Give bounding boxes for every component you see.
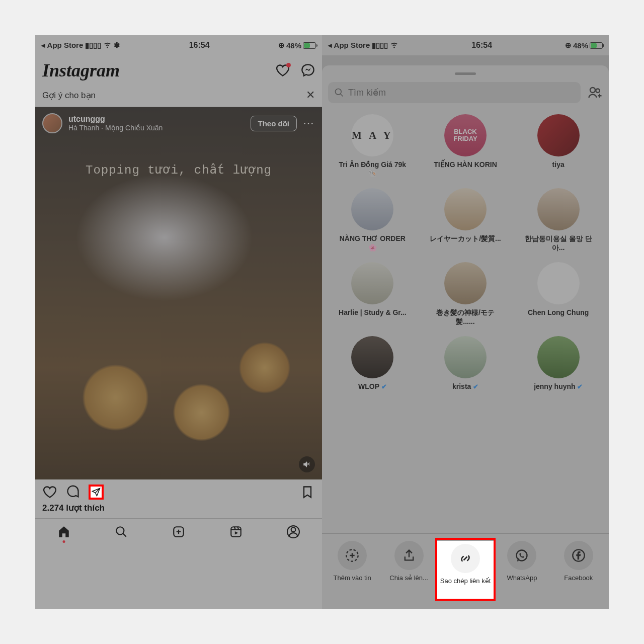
post-username[interactable]: utcunggg — [68, 115, 245, 124]
nav-home-icon[interactable] — [57, 525, 71, 539]
contact-item[interactable]: Chen Long Chung — [514, 262, 603, 326]
nav-create-icon[interactable] — [172, 525, 186, 539]
svg-point-7 — [596, 89, 600, 93]
contact-item[interactable]: NÀNG THƠ ORDER 🌸 — [328, 188, 417, 252]
post-audio-label[interactable]: Hà Thanh · Mộng Chiều Xuân — [68, 124, 245, 132]
nav-profile-icon[interactable] — [286, 525, 300, 539]
wifi-icon — [390, 40, 398, 50]
statusbar-left: ◂ App Store ▮▯▯▯ ✱ 16:54 ⊕ 48% — [35, 35, 322, 55]
back-to-appstore[interactable]: ◂ App Store — [41, 41, 83, 50]
mute-icon[interactable] — [299, 456, 315, 472]
contact-name: Harlie | Study & Gr... — [339, 308, 407, 317]
search-input[interactable]: Tìm kiếm — [328, 82, 581, 103]
contact-avatar — [444, 336, 487, 378]
battery-icon — [303, 42, 316, 49]
contact-avatar — [537, 114, 580, 156]
search-icon — [334, 88, 344, 98]
back-to-appstore[interactable]: ◂ App Store — [328, 41, 370, 50]
activity-heart-icon[interactable] — [276, 63, 290, 77]
home-notification-dot — [63, 540, 65, 543]
sheet-grabber[interactable] — [455, 72, 476, 75]
contact-name: WLOP ✔ — [358, 382, 387, 391]
contact-avatar — [351, 336, 393, 378]
comment-icon[interactable] — [65, 485, 80, 500]
whatsapp-icon — [507, 541, 536, 570]
share-label: Chia sẻ lên... — [389, 574, 428, 582]
contact-item[interactable]: tiya — [514, 114, 603, 178]
contact-item[interactable]: jenny huynh ✔ — [514, 336, 603, 391]
facebook-icon — [564, 541, 593, 570]
share-label: Facebook — [564, 574, 593, 582]
battery-percent: 48% — [286, 41, 301, 50]
share-add-story[interactable]: Thêm vào tin — [324, 541, 380, 599]
location-services-icon: ⊕ — [278, 41, 285, 50]
close-suggestion-icon[interactable]: ✕ — [306, 89, 315, 102]
like-icon[interactable] — [42, 485, 57, 500]
share-more[interactable]: Chia sẻ lên... — [380, 541, 437, 599]
contact-name: TIẾNG HÀN KORIN — [434, 160, 497, 170]
share-up-icon — [394, 541, 424, 570]
contact-avatar — [537, 262, 580, 304]
location-services-icon: ⊕ — [565, 41, 572, 50]
messenger-icon[interactable] — [301, 63, 315, 77]
share-label: Sao chép liên kết — [440, 577, 491, 585]
likes-count[interactable]: 2.274 lượt thích — [35, 502, 322, 518]
share-sheet: Tìm kiếm M A YTri Ân Đồng Giá 79k 🐚BLACK… — [322, 65, 609, 609]
contact-avatar — [351, 188, 393, 230]
bottom-nav — [35, 518, 322, 544]
share-whatsapp[interactable]: WhatsApp — [494, 541, 550, 599]
contact-avatar: M A Y — [351, 114, 393, 156]
cellular-icon: ▮▯▯▯ — [85, 41, 101, 50]
svg-point-5 — [336, 89, 342, 95]
contact-item[interactable]: 巻き髪の神様/モテ髪...... — [421, 262, 510, 326]
wifi-icon — [103, 40, 112, 50]
post-avatar[interactable] — [42, 113, 62, 133]
instagram-header: Instagram — [35, 55, 322, 86]
follow-button[interactable]: Theo dõi — [251, 116, 297, 131]
verified-badge-icon: ✔ — [471, 383, 478, 390]
contact-item[interactable]: WLOP ✔ — [328, 336, 417, 391]
contact-item[interactable]: 한남동미용실 올망 단아... — [514, 188, 603, 252]
status-time: 16:54 — [189, 41, 210, 50]
phone-right: ◂ App Store ▮▯▯▯ 16:54 ⊕ 48% Tìm kiếm — [322, 35, 609, 609]
search-placeholder: Tìm kiếm — [348, 87, 386, 98]
post-media[interactable]: utcunggg Hà Thanh · Mộng Chiều Xuân Theo… — [35, 107, 322, 479]
contact-grid: M A YTri Ân Đồng Giá 79k 🐚BLACK FRIDAYTI… — [328, 114, 603, 391]
add-story-icon — [338, 541, 367, 570]
contact-item[interactable]: krista ✔ — [421, 336, 510, 391]
nav-reels-icon[interactable] — [229, 525, 243, 539]
nav-search-icon[interactable] — [114, 525, 128, 539]
share-copy-link[interactable]: Sao chép liên kết — [437, 541, 494, 599]
suggestion-bar: Gợi ý cho bạn ✕ — [35, 86, 322, 107]
contact-item[interactable]: BLACK FRIDAYTIẾNG HÀN KORIN — [421, 114, 510, 178]
status-time: 16:54 — [471, 41, 492, 50]
phone-left: ◂ App Store ▮▯▯▯ ✱ 16:54 ⊕ 48% Instagram — [35, 35, 322, 609]
suggestion-label: Gợi ý cho bạn — [42, 90, 96, 101]
contact-avatar: BLACK FRIDAY — [444, 114, 487, 156]
contact-name: Tri Ân Đồng Giá 79k 🐚 — [335, 160, 410, 178]
contact-name: 한남동미용실 올망 단아... — [521, 234, 596, 252]
svg-point-3 — [291, 527, 296, 532]
contact-item[interactable]: レイヤーカット/髪質... — [421, 188, 510, 252]
post-caption-overlay: Topping tươi, chất lượng — [35, 163, 322, 177]
add-people-icon[interactable] — [588, 85, 603, 100]
contact-name: Chen Long Chung — [528, 308, 589, 317]
contact-avatar — [444, 262, 487, 304]
svg-point-0 — [116, 527, 124, 534]
contact-name: NÀNG THƠ ORDER 🌸 — [335, 234, 410, 252]
post-more-icon[interactable]: ⋯ — [303, 117, 315, 130]
share-label: Thêm vào tin — [334, 574, 371, 582]
contact-name: レイヤーカット/髪質... — [430, 234, 501, 244]
contact-avatar — [537, 188, 580, 230]
link-icon — [451, 544, 480, 573]
verified-badge-icon: ✔ — [576, 383, 583, 390]
battery-icon — [590, 42, 603, 49]
contact-item[interactable]: M A YTri Ân Đồng Giá 79k 🐚 — [328, 114, 417, 178]
share-send-icon[interactable] — [89, 485, 104, 500]
contact-name: tiya — [552, 160, 565, 170]
save-bookmark-icon[interactable] — [300, 485, 315, 500]
contact-avatar — [537, 336, 580, 378]
instagram-logo[interactable]: Instagram — [42, 60, 120, 81]
contact-item[interactable]: Harlie | Study & Gr... — [328, 262, 417, 326]
share-facebook[interactable]: Facebook — [550, 541, 607, 599]
